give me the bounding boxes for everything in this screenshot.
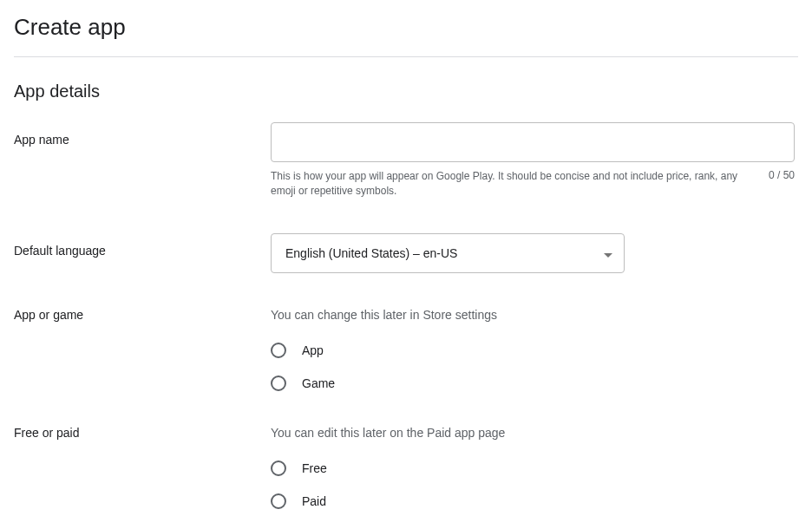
app-name-helper: This is how your app will appear on Goog… <box>271 169 755 199</box>
app-name-row: App name This is how your app will appea… <box>14 122 798 199</box>
page-title: Create app <box>14 14 798 56</box>
app-name-input[interactable] <box>271 122 795 162</box>
free-or-paid-info: You can edit this later on the Paid app … <box>271 426 795 440</box>
app-or-game-info: You can change this later in Store setti… <box>271 308 795 322</box>
app-name-label: App name <box>14 122 271 147</box>
app-radio-label: App <box>302 343 324 357</box>
default-language-row: Default language English (United States)… <box>14 233 798 273</box>
app-or-game-label: App or game <box>14 308 271 322</box>
free-or-paid-radio-group: Free Paid <box>271 460 795 509</box>
section-title: App details <box>14 82 798 101</box>
app-or-game-control: You can change this later in Store setti… <box>271 308 795 391</box>
app-name-control: This is how your app will appear on Goog… <box>271 122 795 199</box>
app-name-helper-row: This is how your app will appear on Goog… <box>271 169 795 199</box>
radio-icon <box>271 376 286 391</box>
game-radio-option[interactable]: Game <box>271 376 795 391</box>
app-or-game-radio-group: App Game <box>271 343 795 391</box>
paid-radio-label: Paid <box>302 494 326 508</box>
default-language-label: Default language <box>14 233 271 258</box>
free-or-paid-row: Free or paid You can edit this later on … <box>14 426 798 509</box>
paid-radio-option[interactable]: Paid <box>271 493 795 509</box>
radio-icon <box>271 493 286 509</box>
default-language-select-wrapper: English (United States) – en-US <box>271 233 625 273</box>
default-language-control: English (United States) – en-US <box>271 233 795 273</box>
free-or-paid-control: You can edit this later on the Paid app … <box>271 426 795 509</box>
radio-icon <box>271 343 286 358</box>
free-radio-label: Free <box>302 461 327 475</box>
app-radio-option[interactable]: App <box>271 343 795 358</box>
default-language-select[interactable]: English (United States) – en-US <box>271 233 625 273</box>
app-or-game-row: App or game You can change this later in… <box>14 308 798 391</box>
radio-icon <box>271 460 286 476</box>
divider <box>14 56 798 57</box>
free-or-paid-label: Free or paid <box>14 426 271 440</box>
game-radio-label: Game <box>302 376 335 390</box>
default-language-selected-value: English (United States) – en-US <box>285 246 457 260</box>
app-name-char-count: 0 / 50 <box>769 169 795 181</box>
free-radio-option[interactable]: Free <box>271 460 795 476</box>
